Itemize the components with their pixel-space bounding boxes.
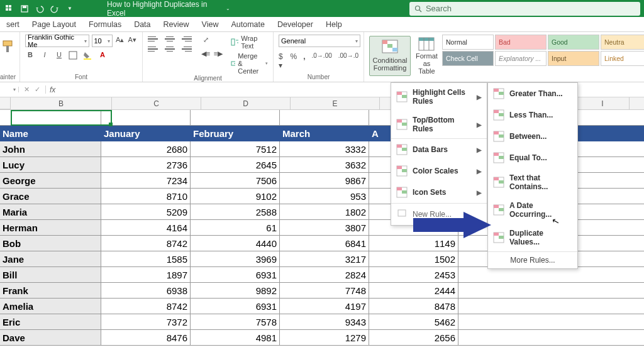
clipboard-group-label: ainter [0, 74, 14, 82]
hl-menu-dup[interactable]: Duplicate Values... [488, 224, 577, 251]
conditional-formatting-button[interactable]: Conditional Formatting [369, 36, 411, 76]
fill-color-button[interactable] [83, 51, 93, 61]
tab-view[interactable]: View [196, 18, 225, 31]
svg-rect-53 [499, 180, 504, 184]
cancel-formula-icon[interactable]: ✕ [24, 85, 30, 94]
table-row[interactable]: Eric7372757893435462 [0, 314, 644, 330]
hl-menu-gt[interactable]: Greater Than... [488, 83, 577, 104]
tab-data[interactable]: Data [128, 18, 157, 31]
svg-rect-27 [397, 119, 402, 123]
undo-icon[interactable] [34, 3, 45, 14]
select-all-corner[interactable] [0, 97, 11, 109]
currency-button[interactable]: $ ▾ [279, 52, 284, 70]
hl-menu-textcontains[interactable]: Text that Contains... [488, 168, 577, 196]
decrease-font-icon[interactable]: A▾ [127, 36, 137, 46]
comma-button[interactable]: , [303, 52, 305, 70]
svg-rect-25 [402, 95, 407, 98]
svg-rect-31 [402, 148, 407, 151]
style-linked[interactable]: Linked [601, 51, 644, 66]
increase-indent-button[interactable]: ≡▶ [213, 50, 223, 60]
increase-decimal-button[interactable]: .0→.00 [312, 52, 332, 70]
document-title-text: How to Highlight Duplicates in Excel [107, 0, 223, 18]
tab-insert[interactable]: sert [0, 18, 26, 31]
cf-menu-databars[interactable]: Data Bars▶ [391, 139, 487, 160]
svg-rect-5 [23, 6, 26, 8]
style-normal[interactable]: Normal [442, 35, 494, 50]
col-header-d[interactable]: D [201, 97, 291, 109]
col-header-c[interactable]: C [112, 97, 201, 109]
decrease-indent-button[interactable]: ◀≡ [201, 50, 211, 60]
save-icon[interactable] [19, 3, 30, 14]
cf-menu-highlight[interactable]: Highlight Cells Rules▶ [391, 83, 487, 111]
hl-menu-date[interactable]: A Date Occurring... [488, 196, 577, 224]
svg-rect-44 [499, 113, 504, 116]
number-format-combo[interactable]: General▾ [279, 35, 360, 47]
conditional-formatting-menu: Highlight Cells Rules▶Top/Bottom Rules▶D… [391, 82, 487, 226]
tab-help[interactable]: Help [319, 18, 348, 31]
rule-icon [396, 119, 408, 130]
search-input[interactable]: Search [409, 2, 640, 16]
table-row[interactable]: Bill1897693128242453 [0, 267, 644, 283]
table-row[interactable]: Dave8476498112792656 [0, 330, 644, 346]
orientation-button[interactable]: ⤢ [201, 36, 211, 46]
redo-icon[interactable] [49, 3, 60, 14]
cf-menu-topbottom[interactable]: Top/Bottom Rules▶ [391, 111, 487, 138]
cell-styles-gallery[interactable]: NormalBadGoodNeutraCheck CellExplanatory… [442, 35, 644, 66]
font-size-combo[interactable]: 10▾ [92, 35, 113, 47]
style-good[interactable]: Good [548, 35, 599, 50]
style-bad[interactable]: Bad [495, 35, 547, 50]
document-title: How to Highlight Duplicates in Excel ⌄ [107, 0, 230, 18]
name-box[interactable]: ▾ [0, 87, 19, 92]
qat-dropdown-icon[interactable]: ▼ [64, 3, 75, 14]
cf-menu-colorscales[interactable]: Color Scales▶ [391, 160, 487, 182]
tab-developer[interactable]: Developer [271, 18, 319, 31]
svg-rect-1 [9, 5, 11, 8]
fx-label[interactable]: fx [46, 85, 59, 94]
rule-icon [493, 109, 504, 121]
grid-icon[interactable] [4, 3, 15, 14]
tab-review[interactable]: Review [157, 18, 196, 31]
search-icon [414, 5, 422, 13]
enter-formula-icon[interactable]: ✓ [35, 85, 40, 94]
alignment-grid[interactable] [148, 35, 193, 53]
style-explanatory-[interactable]: Explanatory ... [495, 51, 547, 66]
tab-page-layout[interactable]: Page Layout [26, 18, 82, 31]
wrap-text-button[interactable]: Wrap Text [231, 35, 268, 50]
svg-rect-40 [494, 89, 499, 92]
col-header-e[interactable]: E [291, 97, 380, 109]
percent-button[interactable]: % [291, 52, 297, 70]
svg-rect-46 [494, 131, 499, 134]
svg-rect-59 [499, 236, 504, 239]
underline-button[interactable]: U [54, 51, 64, 61]
tab-formulas[interactable]: Formulas [82, 18, 128, 31]
chevron-down-icon[interactable]: ⌄ [226, 6, 230, 11]
format-painter-icon[interactable] [1, 40, 14, 53]
svg-rect-28 [402, 123, 407, 126]
hl-menu-lt[interactable]: Less Than... [488, 104, 577, 126]
hl-menu-equal[interactable]: Equal To... [488, 147, 577, 168]
table-row[interactable]: Frank6938989277482444 [0, 283, 644, 299]
bold-button[interactable]: B [25, 51, 35, 61]
quick-access-toolbar: ▼ [4, 3, 75, 14]
format-as-table-button[interactable]: Format as Table [412, 36, 441, 76]
italic-button[interactable]: I [40, 51, 50, 61]
col-header-b[interactable]: B [11, 97, 112, 109]
alignment-group-label: Alignment [148, 75, 268, 83]
svg-rect-24 [397, 92, 402, 95]
hl-menu-more-rules[interactable]: More Rules... [488, 252, 577, 268]
style-input[interactable]: Input [548, 51, 599, 66]
table-row[interactable]: Amelia8742693141978478 [0, 299, 644, 314]
svg-rect-30 [397, 145, 402, 148]
merge-center-button[interactable]: Merge & Center▾ [231, 52, 268, 75]
font-name-combo[interactable]: Franklin Gothic Me▾ [25, 35, 89, 47]
style-neutra[interactable]: Neutra [601, 35, 644, 50]
decrease-decimal-button[interactable]: .00→.0 [338, 52, 358, 70]
hl-menu-between[interactable]: Between... [488, 126, 577, 147]
style-check-cell[interactable]: Check Cell [442, 51, 494, 66]
increase-font-icon[interactable]: A▴ [115, 36, 125, 46]
cf-menu-iconsets[interactable]: Icon Sets▶ [391, 182, 487, 203]
col-header-i[interactable]: I [576, 97, 630, 109]
font-color-button[interactable]: A [97, 51, 108, 61]
border-button[interactable] [69, 51, 79, 61]
tab-automate[interactable]: Automate [225, 18, 271, 31]
